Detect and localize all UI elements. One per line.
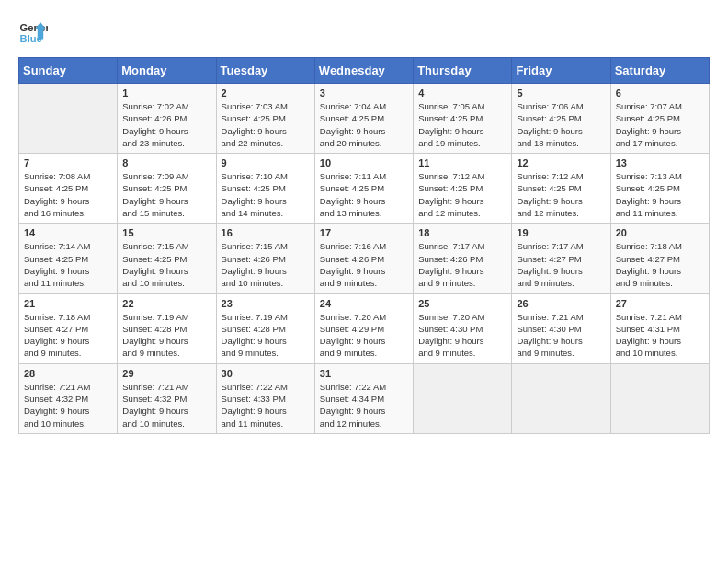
day-number: 30 [222,368,310,379]
day-info: Sunrise: 7:16 AMSunset: 4:26 PMDaylight:… [320,240,408,289]
day-cell: 10Sunrise: 7:11 AMSunset: 4:25 PMDayligh… [314,154,413,224]
day-info: Sunrise: 7:05 AMSunset: 4:25 PMDaylight:… [418,100,506,149]
day-info: Sunrise: 7:06 AMSunset: 4:25 PMDaylight:… [517,100,605,149]
day-number: 13 [616,157,704,168]
day-info: Sunrise: 7:04 AMSunset: 4:25 PMDaylight:… [320,100,408,149]
day-info: Sunrise: 7:09 AMSunset: 4:25 PMDaylight:… [122,170,210,219]
day-cell: 7Sunrise: 7:08 AMSunset: 4:25 PMDaylight… [19,154,118,224]
header-row: SundayMondayTuesdayWednesdayThursdayFrid… [19,58,710,84]
day-number: 12 [517,157,605,168]
day-cell: 9Sunrise: 7:10 AMSunset: 4:25 PMDaylight… [216,154,314,224]
day-info: Sunrise: 7:19 AMSunset: 4:28 PMDaylight:… [222,311,310,360]
day-number: 4 [418,87,506,98]
day-number: 19 [517,227,605,238]
day-info: Sunrise: 7:07 AMSunset: 4:25 PMDaylight:… [616,100,704,149]
logo: General Blue [18,18,48,48]
day-cell: 27Sunrise: 7:21 AMSunset: 4:31 PMDayligh… [610,293,709,363]
day-cell: 2Sunrise: 7:03 AMSunset: 4:25 PMDaylight… [216,84,314,154]
day-info: Sunrise: 7:18 AMSunset: 4:27 PMDaylight:… [24,311,112,360]
day-info: Sunrise: 7:21 AMSunset: 4:32 PMDaylight:… [24,381,112,430]
day-info: Sunrise: 7:20 AMSunset: 4:29 PMDaylight:… [320,311,408,360]
day-info: Sunrise: 7:12 AMSunset: 4:25 PMDaylight:… [517,170,605,219]
day-number: 2 [222,87,310,98]
day-cell: 5Sunrise: 7:06 AMSunset: 4:25 PMDaylight… [512,84,610,154]
day-cell: 21Sunrise: 7:18 AMSunset: 4:27 PMDayligh… [19,293,118,363]
day-info: Sunrise: 7:17 AMSunset: 4:26 PMDaylight:… [418,240,506,289]
day-number: 1 [122,87,210,98]
day-number: 5 [517,87,605,98]
day-number: 6 [616,87,704,98]
day-info: Sunrise: 7:19 AMSunset: 4:28 PMDaylight:… [122,311,210,360]
day-number: 16 [222,227,310,238]
day-cell: 8Sunrise: 7:09 AMSunset: 4:25 PMDaylight… [118,154,216,224]
day-cell: 28Sunrise: 7:21 AMSunset: 4:32 PMDayligh… [19,363,118,433]
day-number: 21 [24,298,112,309]
day-number: 31 [320,368,408,379]
day-number: 22 [122,298,210,309]
day-cell: 20Sunrise: 7:18 AMSunset: 4:27 PMDayligh… [610,224,709,293]
week-row-0: 1Sunrise: 7:02 AMSunset: 4:26 PMDaylight… [19,84,710,154]
day-cell: 19Sunrise: 7:17 AMSunset: 4:27 PMDayligh… [512,224,610,293]
day-cell: 3Sunrise: 7:04 AMSunset: 4:25 PMDaylight… [314,84,413,154]
day-number: 15 [122,227,210,238]
calendar-body: 1Sunrise: 7:02 AMSunset: 4:26 PMDaylight… [19,84,710,434]
header-cell-saturday: Saturday [610,58,709,84]
day-info: Sunrise: 7:08 AMSunset: 4:25 PMDaylight:… [24,170,112,219]
day-number: 20 [616,227,704,238]
day-number: 24 [320,298,408,309]
day-cell: 13Sunrise: 7:13 AMSunset: 4:25 PMDayligh… [610,154,709,224]
day-number: 25 [418,298,506,309]
day-info: Sunrise: 7:03 AMSunset: 4:25 PMDaylight:… [222,100,310,149]
day-info: Sunrise: 7:13 AMSunset: 4:25 PMDaylight:… [616,170,704,219]
header-cell-sunday: Sunday [19,58,118,84]
day-cell: 4Sunrise: 7:05 AMSunset: 4:25 PMDaylight… [414,84,512,154]
day-cell: 6Sunrise: 7:07 AMSunset: 4:25 PMDaylight… [610,84,709,154]
day-number: 27 [616,298,704,309]
day-number: 28 [24,368,112,379]
day-cell [512,363,610,433]
day-cell: 18Sunrise: 7:17 AMSunset: 4:26 PMDayligh… [414,224,512,293]
day-cell: 15Sunrise: 7:15 AMSunset: 4:25 PMDayligh… [118,224,216,293]
day-number: 18 [418,227,506,238]
week-row-4: 28Sunrise: 7:21 AMSunset: 4:32 PMDayligh… [19,363,710,433]
day-info: Sunrise: 7:17 AMSunset: 4:27 PMDaylight:… [517,240,605,289]
day-info: Sunrise: 7:11 AMSunset: 4:25 PMDaylight:… [320,170,408,219]
logo-icon: General Blue [18,18,48,48]
header-cell-monday: Monday [118,58,216,84]
day-number: 10 [320,157,408,168]
day-cell: 17Sunrise: 7:16 AMSunset: 4:26 PMDayligh… [314,224,413,293]
day-info: Sunrise: 7:21 AMSunset: 4:32 PMDaylight:… [122,381,210,430]
day-info: Sunrise: 7:20 AMSunset: 4:30 PMDaylight:… [418,311,506,360]
day-info: Sunrise: 7:22 AMSunset: 4:34 PMDaylight:… [320,381,408,430]
day-info: Sunrise: 7:21 AMSunset: 4:31 PMDaylight:… [616,311,704,360]
day-cell: 1Sunrise: 7:02 AMSunset: 4:26 PMDaylight… [118,84,216,154]
day-cell [414,363,512,433]
day-cell [610,363,709,433]
page-header: General Blue [18,18,710,48]
day-cell: 25Sunrise: 7:20 AMSunset: 4:30 PMDayligh… [414,293,512,363]
day-info: Sunrise: 7:15 AMSunset: 4:26 PMDaylight:… [222,240,310,289]
day-info: Sunrise: 7:12 AMSunset: 4:25 PMDaylight:… [418,170,506,219]
week-row-3: 21Sunrise: 7:18 AMSunset: 4:27 PMDayligh… [19,293,710,363]
day-info: Sunrise: 7:10 AMSunset: 4:25 PMDaylight:… [222,170,310,219]
day-cell: 22Sunrise: 7:19 AMSunset: 4:28 PMDayligh… [118,293,216,363]
day-cell: 14Sunrise: 7:14 AMSunset: 4:25 PMDayligh… [19,224,118,293]
day-info: Sunrise: 7:18 AMSunset: 4:27 PMDaylight:… [616,240,704,289]
header-cell-thursday: Thursday [414,58,512,84]
day-cell: 11Sunrise: 7:12 AMSunset: 4:25 PMDayligh… [414,154,512,224]
day-number: 3 [320,87,408,98]
day-info: Sunrise: 7:22 AMSunset: 4:33 PMDaylight:… [222,381,310,430]
header-cell-wednesday: Wednesday [314,58,413,84]
day-number: 7 [24,157,112,168]
day-cell [19,84,118,154]
calendar-header: SundayMondayTuesdayWednesdayThursdayFrid… [19,58,710,84]
day-cell: 26Sunrise: 7:21 AMSunset: 4:30 PMDayligh… [512,293,610,363]
header-cell-tuesday: Tuesday [216,58,314,84]
day-number: 17 [320,227,408,238]
day-number: 11 [418,157,506,168]
day-number: 14 [24,227,112,238]
day-number: 26 [517,298,605,309]
day-info: Sunrise: 7:02 AMSunset: 4:26 PMDaylight:… [122,100,210,149]
day-info: Sunrise: 7:15 AMSunset: 4:25 PMDaylight:… [122,240,210,289]
day-cell: 16Sunrise: 7:15 AMSunset: 4:26 PMDayligh… [216,224,314,293]
